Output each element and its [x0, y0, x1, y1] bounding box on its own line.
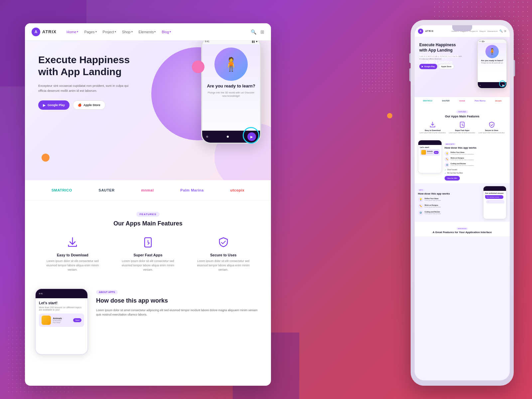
right-about-phone-content: Let's start! Animals 6 lessons Start: [418, 145, 442, 158]
check-icon-0: ✓: [445, 169, 446, 171]
right-about-card-btn[interactable]: Start: [434, 151, 439, 154]
right-features-section: FEATURES Our Apps Main Features Easy to …: [415, 104, 510, 137]
about-phone-header: 9:41: [36, 289, 87, 298]
grid-icon[interactable]: ⊞: [260, 29, 264, 35]
search-icon[interactable]: 🔍: [251, 29, 256, 35]
about-phone-content: Let's start! More than 200 lessons on di…: [36, 298, 87, 331]
orange-dot: [42, 154, 50, 162]
right-how-badge: APPS: [418, 189, 424, 191]
feature-name-2: Secure to Uses: [192, 253, 254, 257]
left-browser-mockup: A ATRIX Home ▾ Pages ▾ Project ▾ Shop ▾ …: [25, 23, 271, 386]
card-text: Animals 6 lessons For free!: [53, 317, 71, 324]
right-about-step-0: 💡 Define Your Ideas Lorem ipsum dolor si…: [445, 151, 506, 156]
google-play-button[interactable]: ▶ Google Play: [38, 100, 69, 110]
device-screen: A ATRIX Home ▾ Pages ▾ Project ▾ Shop ▾ …: [415, 25, 510, 380]
phone-question-text: Are you ready to learn?: [207, 83, 255, 89]
nav-link-blog[interactable]: Blog ▾: [162, 30, 171, 34]
nav-link-shop[interactable]: Shop ▾: [122, 30, 133, 34]
hero-title: Execute Happiness with App Landing: [38, 54, 145, 78]
right-about-phone-card: Animals 6 lessons Start: [420, 149, 440, 156]
right-play-icon: ▶: [422, 66, 423, 67]
right-logo-text: ATRIX: [425, 30, 434, 32]
features-badge: FEATURES: [136, 212, 160, 217]
hero-buttons: ▶ Google Play 🍎 Apple Store: [38, 100, 145, 110]
check-icon-1: ✓: [445, 172, 446, 174]
mid-dots: [361, 53, 394, 93]
right-how-step-desc-1: Lorem ipsum dolor sit amet.: [425, 206, 480, 208]
hero-section: Execute Happiness with App Landing Excep…: [25, 41, 271, 180]
apple-icon: 🍎: [78, 103, 81, 107]
nav-link-pages[interactable]: Pages ▾: [84, 30, 96, 34]
apple-store-button[interactable]: 🍎 Apple Store: [73, 100, 105, 110]
right-how-step-design: ✏️ Work on Designs Lorem ipsum dolor sit…: [418, 203, 480, 209]
right-nav-elements[interactable]: Elements ▾: [487, 30, 497, 32]
phone-time: 9:41: [205, 41, 209, 43]
right-check-1: ✓ We Can Give You More: [445, 172, 506, 174]
right-about-view-btn[interactable]: View the Wiki: [445, 176, 460, 181]
right-step-desc-0: Lorem ipsum dolor sit amet consectetur.: [451, 153, 474, 155]
nav-link-elements[interactable]: Elements ▾: [139, 30, 156, 34]
about-phone-title: Let's start!: [39, 301, 84, 305]
right-brand-0: SMATRICO: [423, 100, 432, 102]
right-nav-shop[interactable]: Shop ▾: [479, 30, 486, 32]
right-chat-bubble-1: Get unlimited answer: [485, 195, 503, 199]
brand-palmmarina: Palm Marina: [180, 188, 203, 192]
right-about-phone-header: [418, 140, 442, 145]
right-step-desc-2: Lorem ipsum dolor sit amet consectetur.: [451, 165, 474, 166]
right-about-card-text: Animals 6 lessons: [427, 151, 433, 154]
nav-link-home[interactable]: Home ▾: [66, 30, 78, 34]
right-step-desc-1: Lorem ipsum dolor sit amet consectetur.: [451, 159, 474, 161]
apple-store-label: Apple Store: [83, 103, 100, 107]
right-bottom-section: NEW DESIGN A Great Features for Your App…: [415, 222, 510, 236]
browser-navbar: A ATRIX Home ▾ Pages ▾ Project ▾ Shop ▾ …: [25, 23, 271, 41]
right-second-phone-title: Get unlimited answer: [485, 192, 504, 194]
right-bottom-badge: NEW DESIGN: [457, 227, 468, 230]
right-search-icon[interactable]: 🔍: [499, 30, 503, 33]
right-how-step-desc-0: Lorem ipsum dolor sit amet.: [425, 200, 480, 201]
right-features-title: Our Apps Main Features: [418, 115, 506, 118]
right-how-step-icon-1: ✏️: [418, 203, 423, 209]
right-phone-inner-figure: 🧍: [485, 45, 499, 58]
right-phone-sub: Plunge into the 3D world with us!: [481, 62, 503, 64]
shield-icon: [216, 235, 231, 250]
right-second-phone-content: Get unlimited answer Get unlimited answe…: [483, 191, 506, 205]
right-play-label: Google Play: [424, 66, 435, 67]
right-how-step-info-1: Work on Designs Lorem ipsum dolor sit am…: [425, 204, 480, 208]
device-button-vol-up: [409, 53, 411, 63]
right-step-info-1: Work on Designs Lorem ipsum dolor sit am…: [451, 157, 474, 161]
lightning-icon: [141, 235, 155, 250]
right-second-phone-header: [483, 186, 506, 191]
right-about-content: ABOUT APPS How dose this app works 💡 Def…: [445, 140, 506, 180]
right-fast-icon: [459, 121, 466, 128]
right-how-step-icon-0: 💡: [418, 197, 423, 202]
nav-logo: A ATRIX: [32, 28, 57, 36]
right-brands-section: SMATRICO SAUTER mnmal Palm Marina utcopi…: [415, 97, 510, 104]
nav-links: Home ▾ Pages ▾ Project ▾ Shop ▾ Elements…: [66, 30, 251, 34]
right-how-works-section: APPS How dose this app works 💡 Define Yo…: [415, 183, 510, 222]
right-about-card-sub: 6 lessons: [427, 152, 433, 154]
about-phone-sub: More than 200 lessons on different topic…: [39, 306, 84, 311]
feature-item-fast: Super Fast Apps Lorem ipsum dolor sit el…: [114, 235, 183, 272]
right-about-title: How dose this app works: [445, 146, 506, 150]
right-step-icon-0: 💡: [445, 151, 449, 156]
about-desc: Lorem ipsum dolor sit amet consectetur a…: [96, 308, 261, 317]
features-grid: Easy to Download Lorem ipsum dolor sit e…: [38, 235, 258, 272]
brand-mnmal: mnmal: [141, 188, 154, 192]
phone-status-bar: 9:41 ▌▌ ■: [202, 41, 260, 44]
circle-outline-accent: [243, 127, 259, 144]
phone-signal: ▌▌ ■: [252, 41, 257, 43]
nav-logo-icon: A: [32, 28, 40, 36]
card-start-button[interactable]: Start: [73, 318, 81, 322]
right-how-step-define: 💡 Define Your Ideas Lorem ipsum dolor si…: [418, 197, 480, 202]
right-brand-1: SAUTER: [442, 100, 450, 102]
right-check-0: ✓ Clock Focused: [445, 169, 506, 171]
right-about-step-1: ✏️ Work on Designs Lorem ipsum dolor sit…: [445, 157, 506, 162]
right-grid-icon[interactable]: ⊞: [504, 30, 506, 33]
right-about-phone-title: Let's start!: [420, 146, 440, 148]
right-features-badge: FEATURES: [456, 110, 468, 113]
nav-link-project[interactable]: Project ▾: [103, 30, 116, 34]
screenshot-label-subtitle: APP Landing: [419, 59, 459, 65]
right-how-step-icon-2: ⚙️: [418, 210, 423, 215]
right-device-mockup: A ATRIX Home ▾ Pages ▾ Project ▾ Shop ▾ …: [411, 20, 514, 386]
right-logo-icon: A: [418, 29, 423, 34]
